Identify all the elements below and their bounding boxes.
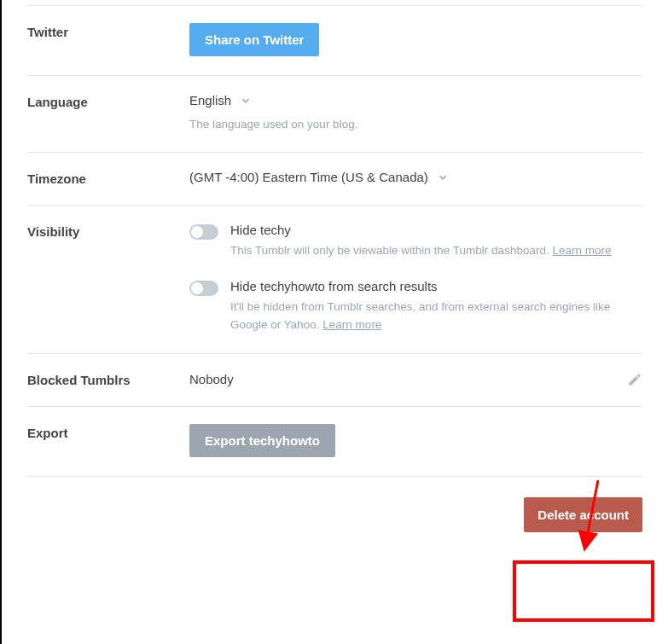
hide-search-title: Hide techyhowto from search results [230, 279, 642, 293]
blocked-content: Nobody [189, 372, 642, 387]
hide-search-toggle[interactable] [189, 281, 218, 296]
twitter-row: Twitter Share on Twitter [27, 5, 642, 76]
twitter-label: Twitter [27, 23, 189, 56]
visibility-option-hide-search: Hide techyhowto from search results It'l… [189, 279, 642, 334]
language-value: English [189, 93, 231, 107]
timezone-value: (GMT -4:00) Eastern Time (US & Canada) [189, 170, 428, 184]
hide-blog-title: Hide techy [230, 223, 642, 237]
language-content: English The language used on your blog. [189, 93, 642, 133]
timezone-content: (GMT -4:00) Eastern Time (US & Canada) [189, 170, 642, 186]
visibility-label: Visibility [27, 223, 189, 334]
hide-blog-desc-text: This Tumblr will only be viewable within… [230, 244, 552, 257]
hide-search-content: Hide techyhowto from search results It'l… [230, 279, 642, 334]
settings-panel: Twitter Share on Twitter Language Englis… [2, 5, 668, 549]
delete-account-button[interactable]: Delete account [524, 497, 642, 532]
export-label: Export [27, 424, 189, 457]
pencil-icon[interactable] [627, 372, 642, 387]
blocked-row: Blocked Tumblrs Nobody [27, 354, 642, 407]
language-dropdown[interactable]: English [189, 93, 252, 107]
timezone-dropdown[interactable]: (GMT -4:00) Eastern Time (US & Canada) [189, 170, 449, 184]
annotation-highlight-box [513, 560, 654, 622]
timezone-label: Timezone [27, 170, 189, 186]
learn-more-link[interactable]: Learn more [322, 318, 381, 331]
blocked-label: Blocked Tumblrs [27, 371, 189, 387]
learn-more-link[interactable]: Learn more [552, 244, 611, 257]
export-content: Export techyhowto [189, 424, 642, 457]
twitter-content: Share on Twitter [189, 23, 642, 56]
footer-row: Delete account [27, 477, 642, 549]
hide-blog-content: Hide techy This Tumblr will only be view… [230, 223, 642, 260]
chevron-down-icon [240, 95, 252, 107]
language-label: Language [27, 93, 189, 133]
hide-search-desc: It'll be hidden from Tumblr searches, an… [230, 299, 642, 334]
visibility-content: Hide techy This Tumblr will only be view… [189, 223, 642, 334]
timezone-row: Timezone (GMT -4:00) Eastern Time (US & … [27, 153, 642, 206]
language-hint: The language used on your blog. [189, 116, 642, 133]
chevron-down-icon [437, 171, 449, 183]
visibility-option-hide-blog: Hide techy This Tumblr will only be view… [189, 223, 642, 260]
export-button[interactable]: Export techyhowto [189, 424, 335, 457]
export-row: Export Export techyhowto [27, 407, 642, 477]
hide-blog-toggle[interactable] [189, 224, 218, 240]
hide-search-desc-text: It'll be hidden from Tumblr searches, an… [230, 300, 610, 331]
hide-blog-desc: This Tumblr will only be viewable within… [230, 242, 642, 260]
visibility-row: Visibility Hide techy This Tumblr will o… [27, 206, 642, 354]
share-twitter-button[interactable]: Share on Twitter [189, 23, 319, 56]
blocked-value: Nobody [189, 372, 234, 386]
language-row: Language English The language used on yo… [27, 76, 642, 153]
